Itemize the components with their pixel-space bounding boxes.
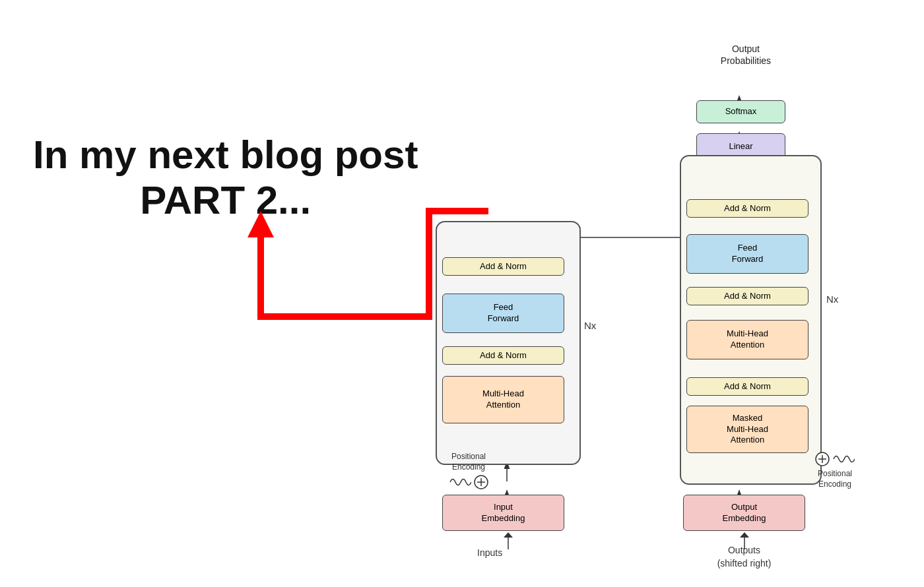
blog-line1: In my next blog post <box>33 132 418 177</box>
decoder-pos-enc-group: PositionalEncoding <box>792 452 878 489</box>
decoder-wave-icon <box>832 452 855 466</box>
decoder-multi-head-attention: Multi-HeadAttention <box>686 320 808 359</box>
svg-marker-39 <box>504 532 513 538</box>
svg-marker-44 <box>740 532 749 538</box>
encoder-plus-icon <box>474 475 488 489</box>
page-container: In my next blog post PART 2... <box>0 0 924 587</box>
encoder-add-norm-top: Add & Norm <box>442 257 564 276</box>
decoder-add-norm-bottom: Add & Norm <box>686 377 808 396</box>
decoder-masked-mha: MaskedMulti-HeadAttention <box>686 406 808 453</box>
encoder-feed-forward: FeedForward <box>442 294 564 333</box>
encoder-wave-icon <box>449 475 471 489</box>
encoder-pos-enc-label: PositionalEncoding <box>451 452 486 472</box>
decoder-add-norm-middle: Add & Norm <box>686 287 808 305</box>
output-probabilities-label: OutputProbabilities <box>706 43 785 67</box>
encoder-add-norm-bottom: Add & Norm <box>442 346 564 365</box>
decoder-pos-enc-label: PositionalEncoding <box>818 469 852 489</box>
decoder-add-norm-top: Add & Norm <box>686 199 808 218</box>
decoder-nx-label: Nx <box>826 294 838 305</box>
encoder-nx-label: Nx <box>584 320 596 331</box>
output-embedding-box: OutputEmbedding <box>683 495 805 531</box>
encoder-pos-enc-group: PositionalEncoding <box>429 452 508 492</box>
output-arrow <box>735 531 754 551</box>
softmax-box: Softmax <box>696 100 785 123</box>
decoder-plus-icon <box>815 452 830 466</box>
decoder-feed-forward: FeedForward <box>686 234 808 274</box>
encoder-multi-head-attention: Multi-HeadAttention <box>442 376 564 423</box>
input-arrow <box>498 531 518 551</box>
input-embedding-box: InputEmbedding <box>442 495 564 531</box>
diagram-area: OutputProbabilities Softmax Linear Nx Ad… <box>383 20 898 574</box>
